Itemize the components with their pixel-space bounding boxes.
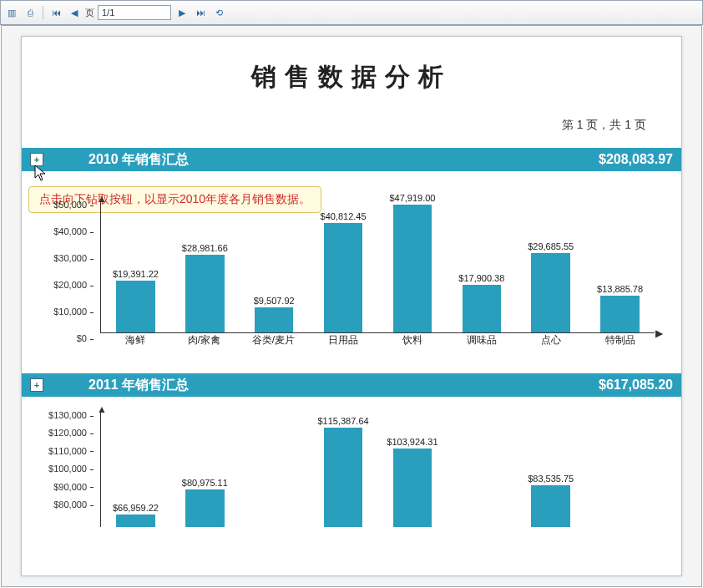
bar-slot: $103,924.31 [378, 437, 448, 527]
bar [463, 285, 501, 332]
x-tick-label: 特制品 [585, 333, 655, 350]
drill-down-button[interactable]: + [30, 153, 43, 166]
print-icon[interactable]: ⎙ [23, 5, 38, 20]
bar-value-label: $9,507.92 [254, 296, 295, 306]
page-indicator: 第 1 页，共 1 页 [22, 118, 681, 133]
toolbar: ▥ ⎙ ⏮ ◀ 页 ▶ ⏭ ⟲ [0, 0, 703, 25]
y-tick-label: $40,000 [53, 226, 94, 236]
prev-page-icon[interactable]: ◀ [67, 5, 82, 20]
bar-value-label: $115,387.64 [317, 416, 368, 426]
bar-value-label: $47,919.00 [389, 193, 435, 203]
x-tick-label: 调味品 [447, 333, 516, 350]
bar-value-label: $13,885.78 [597, 284, 643, 294]
bar [116, 514, 154, 527]
bar-slot: $115,387.64 [309, 416, 378, 527]
toggle-panel-icon[interactable]: ▥ [4, 5, 19, 20]
y-tick-label: $0 [77, 333, 94, 343]
bar [185, 489, 224, 527]
bar-value-label: $66,959.22 [113, 503, 159, 513]
bar-value-label: $83,535.75 [528, 474, 574, 484]
y-tick-label: $20,000 [53, 280, 94, 290]
x-tick-label: 饮料 [377, 333, 447, 350]
bar-slot: $28,981.66 [170, 243, 240, 332]
bar [393, 449, 432, 527]
section-title: 2011 年销售汇总 [89, 377, 189, 394]
first-page-icon[interactable]: ⏮ [48, 5, 63, 20]
y-tick-label: $90,000 [53, 482, 94, 492]
bar-value-label: $40,812.45 [321, 211, 367, 221]
bar-slot: $13,885.78 [585, 284, 655, 332]
bar-slot: $40,812.45 [309, 211, 378, 332]
bar-slot: $9,507.92 [240, 296, 309, 332]
x-tick-label: 日用品 [308, 333, 377, 350]
bar-value-label: $19,391.22 [113, 269, 159, 279]
y-tick-label: $80,000 [53, 499, 94, 509]
y-tick-label: $30,000 [53, 253, 94, 263]
bar [393, 205, 432, 332]
bar-value-label: $28,981.66 [182, 243, 228, 253]
section-header-2011: + 2011 年销售汇总 $617,085.20 [22, 373, 681, 397]
bar-slot: $83,535.75 [516, 474, 585, 527]
section-total: $617,085.20 [599, 378, 673, 393]
bar-slot: $17,900.38 [447, 273, 516, 332]
bar [116, 281, 154, 332]
section-2010: + 2010 年销售汇总 $208,083.97 点击向下钻取按钮，以显示201… [22, 148, 681, 355]
y-tick-label: $100,000 [48, 464, 94, 474]
bar-slot: $66,959.22 [101, 503, 170, 527]
y-tick-label: $50,000 [53, 200, 94, 210]
y-tick-label: $130,000 [48, 410, 94, 420]
page-input[interactable] [98, 5, 171, 20]
bar-slot: $29,685.55 [516, 241, 585, 332]
bar-value-label: $103,924.31 [387, 437, 437, 447]
y-tick-label: $10,000 [53, 307, 94, 317]
chart-2011: ▲ $80,000$90,000$100,000$110,000$120,000… [22, 397, 681, 549]
report-viewer: ▥ ⎙ ⏮ ◀ 页 ▶ ⏭ ⟲ 销售数据分析 第 1 页，共 1 页 + 201… [0, 0, 703, 588]
drill-down-button[interactable]: + [30, 378, 43, 392]
y-tick-label: $120,000 [48, 428, 94, 438]
bar-value-label: $29,685.55 [528, 241, 574, 251]
report-sheet: 销售数据分析 第 1 页，共 1 页 + 2010 年销售汇总 $208,083… [21, 36, 682, 576]
bar [531, 485, 569, 527]
bar [600, 296, 639, 332]
section-total: $208,083.97 [599, 152, 673, 167]
bar-slot: $47,919.00 [378, 193, 448, 332]
x-tick-label: 谷类/麦片 [239, 333, 308, 350]
last-page-icon[interactable]: ⏭ [193, 5, 208, 20]
x-tick-label: 点心 [516, 333, 585, 350]
page-label: 页 [85, 7, 94, 19]
bar-slot: $19,391.22 [101, 269, 170, 332]
bar [324, 223, 362, 332]
axis-arrow-right-icon: ▶ [655, 327, 663, 339]
bar [255, 307, 293, 332]
refresh-icon[interactable]: ⟲ [211, 5, 226, 20]
section-2011: + 2011 年销售汇总 $617,085.20 ▲ $80,000$90,00… [22, 373, 681, 549]
bar-value-label: $17,900.38 [458, 273, 504, 283]
y-tick-label: $110,000 [48, 446, 94, 456]
section-title: 2010 年销售汇总 [89, 151, 189, 169]
bar-value-label: $80,975.11 [182, 478, 228, 488]
report-title: 销售数据分析 [22, 60, 681, 94]
next-page-icon[interactable]: ▶ [174, 5, 190, 20]
bar [324, 428, 362, 527]
x-tick-label: 肉/家禽 [169, 333, 239, 350]
separator [43, 6, 43, 19]
section-header-2010: + 2010 年销售汇总 $208,083.97 [22, 148, 681, 171]
bar [185, 255, 224, 332]
bar-slot: $80,975.11 [170, 478, 240, 527]
bar [531, 253, 569, 332]
x-tick-label: 海鲜 [100, 333, 169, 350]
page-area[interactable]: 销售数据分析 第 1 页，共 1 页 + 2010 年销售汇总 $208,083… [1, 25, 702, 587]
